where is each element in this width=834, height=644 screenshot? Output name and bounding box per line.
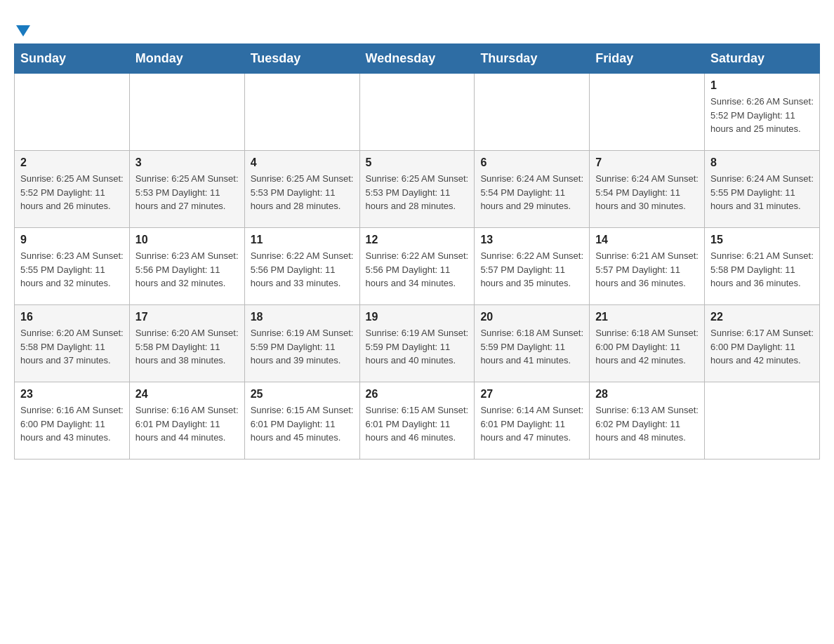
day-info: Sunrise: 6:23 AM Sunset: 5:56 PM Dayligh…	[135, 249, 239, 290]
day-number: 12	[366, 234, 469, 246]
day-info: Sunrise: 6:17 AM Sunset: 6:00 PM Dayligh…	[710, 326, 814, 368]
calendar-day-cell: 16Sunrise: 6:20 AM Sunset: 5:58 PM Dayli…	[15, 305, 130, 382]
day-info: Sunrise: 6:20 AM Sunset: 5:58 PM Dayligh…	[135, 326, 239, 368]
day-info: Sunrise: 6:18 AM Sunset: 6:00 PM Dayligh…	[595, 326, 699, 368]
calendar-day-cell: 22Sunrise: 6:17 AM Sunset: 6:00 PM Dayli…	[705, 305, 820, 382]
calendar-day-cell: 12Sunrise: 6:22 AM Sunset: 5:56 PM Dayli…	[359, 228, 475, 305]
day-info: Sunrise: 6:26 AM Sunset: 5:52 PM Dayligh…	[710, 95, 814, 136]
calendar-day-cell	[359, 74, 475, 151]
calendar-day-cell: 27Sunrise: 6:14 AM Sunset: 6:01 PM Dayli…	[475, 382, 590, 459]
day-number: 2	[20, 156, 124, 169]
day-number: 15	[710, 234, 814, 246]
calendar-day-cell	[15, 74, 130, 151]
calendar-week-row: 23Sunrise: 6:16 AM Sunset: 6:00 PM Dayli…	[15, 382, 820, 459]
day-info: Sunrise: 6:22 AM Sunset: 5:57 PM Dayligh…	[480, 249, 583, 290]
day-info: Sunrise: 6:25 AM Sunset: 5:53 PM Dayligh…	[366, 172, 469, 213]
day-number: 6	[480, 156, 583, 169]
calendar-day-cell: 2Sunrise: 6:25 AM Sunset: 5:52 PM Daylig…	[15, 151, 130, 228]
day-of-week-header: Sunday	[15, 44, 130, 74]
day-number: 28	[595, 388, 699, 401]
day-number: 10	[135, 234, 239, 246]
day-info: Sunrise: 6:18 AM Sunset: 5:59 PM Dayligh…	[480, 326, 583, 368]
day-info: Sunrise: 6:25 AM Sunset: 5:53 PM Dayligh…	[251, 172, 354, 213]
calendar-day-cell	[129, 74, 244, 151]
day-of-week-header: Tuesday	[244, 44, 359, 74]
day-info: Sunrise: 6:24 AM Sunset: 5:55 PM Dayligh…	[710, 172, 814, 213]
calendar-day-cell	[244, 74, 359, 151]
calendar-day-cell: 14Sunrise: 6:21 AM Sunset: 5:57 PM Dayli…	[590, 228, 705, 305]
calendar-day-cell: 4Sunrise: 6:25 AM Sunset: 5:53 PM Daylig…	[244, 151, 359, 228]
calendar-day-cell: 1Sunrise: 6:26 AM Sunset: 5:52 PM Daylig…	[705, 74, 820, 151]
calendar-day-cell: 24Sunrise: 6:16 AM Sunset: 6:01 PM Dayli…	[129, 382, 244, 459]
day-number: 26	[366, 388, 469, 401]
calendar-day-cell: 23Sunrise: 6:16 AM Sunset: 6:00 PM Dayli…	[15, 382, 130, 459]
calendar-day-cell: 3Sunrise: 6:25 AM Sunset: 5:53 PM Daylig…	[129, 151, 244, 228]
day-number: 18	[251, 311, 354, 323]
calendar-day-cell	[475, 74, 590, 151]
day-of-week-header: Friday	[590, 44, 705, 74]
calendar-day-cell: 26Sunrise: 6:15 AM Sunset: 6:01 PM Dayli…	[359, 382, 475, 459]
calendar-header-row: SundayMondayTuesdayWednesdayThursdayFrid…	[15, 44, 820, 74]
day-number: 7	[595, 156, 699, 169]
day-number: 13	[480, 234, 583, 246]
day-info: Sunrise: 6:14 AM Sunset: 6:01 PM Dayligh…	[480, 403, 583, 445]
day-info: Sunrise: 6:13 AM Sunset: 6:02 PM Dayligh…	[595, 403, 699, 445]
calendar-day-cell	[705, 382, 820, 459]
calendar-day-cell: 5Sunrise: 6:25 AM Sunset: 5:53 PM Daylig…	[359, 151, 475, 228]
day-info: Sunrise: 6:25 AM Sunset: 5:53 PM Dayligh…	[135, 172, 239, 213]
day-info: Sunrise: 6:24 AM Sunset: 5:54 PM Dayligh…	[480, 172, 583, 213]
day-info: Sunrise: 6:25 AM Sunset: 5:52 PM Dayligh…	[20, 172, 124, 213]
day-info: Sunrise: 6:16 AM Sunset: 6:01 PM Dayligh…	[135, 403, 239, 445]
calendar-week-row: 9Sunrise: 6:23 AM Sunset: 5:55 PM Daylig…	[15, 228, 820, 305]
day-number: 8	[710, 156, 814, 169]
day-info: Sunrise: 6:20 AM Sunset: 5:58 PM Dayligh…	[20, 326, 124, 368]
day-of-week-header: Thursday	[475, 44, 590, 74]
day-info: Sunrise: 6:21 AM Sunset: 5:58 PM Dayligh…	[710, 249, 814, 290]
calendar-day-cell: 18Sunrise: 6:19 AM Sunset: 5:59 PM Dayli…	[244, 305, 359, 382]
day-number: 4	[251, 156, 354, 169]
day-info: Sunrise: 6:19 AM Sunset: 5:59 PM Dayligh…	[366, 326, 469, 368]
calendar-day-cell: 19Sunrise: 6:19 AM Sunset: 5:59 PM Dayli…	[359, 305, 475, 382]
day-number: 16	[20, 311, 124, 323]
day-number: 19	[366, 311, 469, 323]
day-number: 25	[251, 388, 354, 401]
calendar-day-cell: 20Sunrise: 6:18 AM Sunset: 5:59 PM Dayli…	[475, 305, 590, 382]
day-info: Sunrise: 6:19 AM Sunset: 5:59 PM Dayligh…	[251, 326, 354, 368]
day-info: Sunrise: 6:22 AM Sunset: 5:56 PM Dayligh…	[251, 249, 354, 290]
calendar-day-cell: 7Sunrise: 6:24 AM Sunset: 5:54 PM Daylig…	[590, 151, 705, 228]
day-number: 17	[135, 311, 239, 323]
calendar-day-cell: 15Sunrise: 6:21 AM Sunset: 5:58 PM Dayli…	[705, 228, 820, 305]
calendar-day-cell: 25Sunrise: 6:15 AM Sunset: 6:01 PM Dayli…	[244, 382, 359, 459]
day-number: 23	[20, 388, 124, 401]
calendar-day-cell	[590, 74, 705, 151]
calendar-day-cell: 6Sunrise: 6:24 AM Sunset: 5:54 PM Daylig…	[475, 151, 590, 228]
day-of-week-header: Monday	[129, 44, 244, 74]
logo	[14, 14, 30, 36]
calendar-week-row: 2Sunrise: 6:25 AM Sunset: 5:52 PM Daylig…	[15, 151, 820, 228]
day-number: 21	[595, 311, 699, 323]
calendar-day-cell: 28Sunrise: 6:13 AM Sunset: 6:02 PM Dayli…	[590, 382, 705, 459]
calendar-day-cell: 17Sunrise: 6:20 AM Sunset: 5:58 PM Dayli…	[129, 305, 244, 382]
day-number: 22	[710, 311, 814, 323]
day-number: 9	[20, 234, 124, 246]
day-info: Sunrise: 6:24 AM Sunset: 5:54 PM Dayligh…	[595, 172, 699, 213]
day-number: 1	[710, 79, 814, 92]
day-number: 3	[135, 156, 239, 169]
calendar-day-cell: 10Sunrise: 6:23 AM Sunset: 5:56 PM Dayli…	[129, 228, 244, 305]
day-number: 11	[251, 234, 354, 246]
day-number: 24	[135, 388, 239, 401]
day-info: Sunrise: 6:22 AM Sunset: 5:56 PM Dayligh…	[366, 249, 469, 290]
calendar-week-row: 16Sunrise: 6:20 AM Sunset: 5:58 PM Dayli…	[15, 305, 820, 382]
calendar-day-cell: 21Sunrise: 6:18 AM Sunset: 6:00 PM Dayli…	[590, 305, 705, 382]
logo-general-text	[14, 21, 30, 36]
calendar-table: SundayMondayTuesdayWednesdayThursdayFrid…	[14, 43, 820, 459]
day-info: Sunrise: 6:16 AM Sunset: 6:00 PM Dayligh…	[20, 403, 124, 445]
logo-triangle-icon	[16, 25, 30, 36]
day-of-week-header: Saturday	[705, 44, 820, 74]
day-info: Sunrise: 6:21 AM Sunset: 5:57 PM Dayligh…	[595, 249, 699, 290]
day-number: 20	[480, 311, 583, 323]
day-info: Sunrise: 6:15 AM Sunset: 6:01 PM Dayligh…	[366, 403, 469, 445]
day-number: 14	[595, 234, 699, 246]
calendar-day-cell: 13Sunrise: 6:22 AM Sunset: 5:57 PM Dayli…	[475, 228, 590, 305]
day-number: 5	[366, 156, 469, 169]
